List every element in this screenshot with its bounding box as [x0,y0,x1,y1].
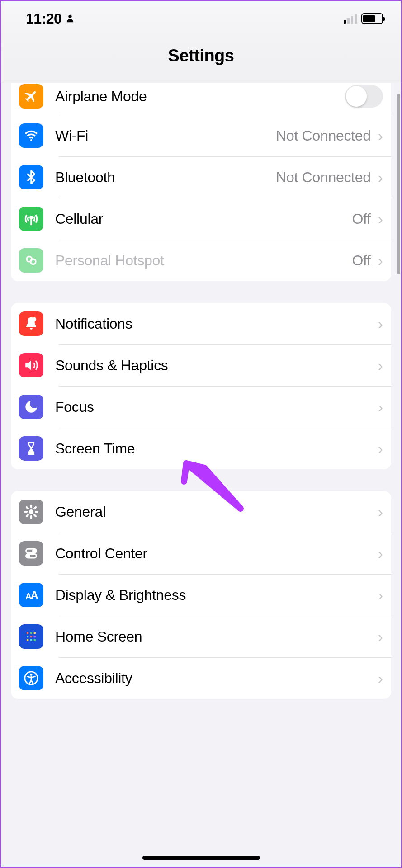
chevron-icon: › [378,440,383,458]
battery-icon [361,13,383,24]
svg-rect-16 [34,632,36,634]
row-control-center[interactable]: Control Center › [11,533,391,574]
cellular-icon [19,207,43,231]
home-indicator[interactable] [142,856,260,860]
row-label: Home Screen [55,628,376,645]
chevron-icon: › [378,398,383,416]
airplane-toggle[interactable] [345,85,383,108]
row-value: Off [352,252,370,269]
row-wifi[interactable]: Wi-Fi Not Connected › [11,115,391,156]
signal-icon [344,14,357,24]
row-label: Accessibility [55,670,376,687]
settings-content: Airplane Mode Wi-Fi Not Connected › Blue… [1,83,401,699]
svg-rect-17 [27,636,28,637]
bluetooth-icon [19,165,43,189]
group-general: General › Control Center › AA Display & … [11,491,391,699]
svg-rect-22 [34,639,36,641]
chevron-icon: › [378,252,383,269]
svg-point-5 [31,259,36,264]
page-title: Settings [1,46,401,66]
hotspot-icon [19,248,43,273]
row-label: Focus [55,399,376,415]
airplane-icon [19,84,43,108]
row-general[interactable]: General › [11,491,391,533]
svg-point-3 [30,217,32,218]
wifi-icon [19,123,43,148]
screentime-icon [19,436,43,461]
person-icon [65,10,75,27]
row-value: Not Connected [276,127,371,144]
sounds-icon [19,353,43,377]
row-airplane-mode[interactable]: Airplane Mode [11,83,391,115]
svg-point-9 [33,550,36,552]
chevron-icon: › [378,315,383,333]
chevron-icon: › [378,127,383,145]
svg-rect-21 [30,639,32,641]
svg-point-24 [30,674,32,676]
row-screen-time[interactable]: Screen Time › [11,428,391,469]
row-value: Off [352,211,370,227]
svg-rect-18 [30,636,32,637]
status-time: 11:20 [26,10,61,27]
display-icon: AA [19,583,43,607]
chevron-icon: › [378,670,383,687]
chevron-icon: › [378,210,383,228]
row-label: Bluetooth [55,169,276,186]
svg-point-6 [33,317,37,321]
focus-icon [19,395,43,419]
nav-header: Settings [1,33,401,83]
svg-point-7 [29,509,33,514]
row-accessibility[interactable]: Accessibility › [11,657,391,699]
row-label: Personal Hotspot [55,252,352,269]
notifications-icon [19,311,43,336]
svg-point-0 [69,14,72,18]
row-label: Wi-Fi [55,127,276,144]
row-label: Cellular [55,211,352,227]
scroll-indicator[interactable] [397,94,400,274]
row-label: Display & Brightness [55,587,376,604]
row-label: Airplane Mode [55,88,345,105]
row-bluetooth[interactable]: Bluetooth Not Connected › [11,156,391,198]
controlcenter-icon [19,541,43,566]
row-notifications[interactable]: Notifications › [11,303,391,344]
chevron-icon: › [378,545,383,562]
chevron-icon: › [378,169,383,186]
svg-text:A: A [31,589,38,601]
svg-point-1 [30,139,32,141]
row-sounds-haptics[interactable]: Sounds & Haptics › [11,344,391,386]
general-icon [19,500,43,524]
row-cellular[interactable]: Cellular Off › [11,198,391,240]
accessibility-icon [19,666,43,690]
row-value: Not Connected [276,169,371,186]
status-bar: 11:20 [1,1,401,33]
row-display-brightness[interactable]: AA Display & Brightness › [11,574,391,616]
row-label: General [55,504,376,520]
chevron-icon: › [378,586,383,604]
group-alerts: Notifications › Sounds & Haptics › Focus… [11,303,391,469]
row-label: Screen Time [55,440,376,457]
row-label: Notifications [55,316,376,332]
status-right [344,13,383,24]
row-focus[interactable]: Focus › [11,386,391,428]
group-connectivity: Airplane Mode Wi-Fi Not Connected › Blue… [11,83,391,281]
row-home-screen[interactable]: Home Screen › [11,616,391,657]
chevron-icon: › [378,357,383,374]
row-personal-hotspot[interactable]: Personal Hotspot Off › [11,240,391,281]
svg-rect-14 [27,632,28,634]
svg-rect-15 [30,632,32,634]
chevron-icon: › [378,628,383,646]
chevron-icon: › [378,503,383,521]
status-left: 11:20 [26,10,75,27]
svg-point-11 [27,555,30,557]
homescreen-icon [19,624,43,649]
svg-rect-20 [27,639,28,641]
row-label: Control Center [55,545,376,562]
row-label: Sounds & Haptics [55,357,376,374]
svg-rect-19 [34,636,36,637]
